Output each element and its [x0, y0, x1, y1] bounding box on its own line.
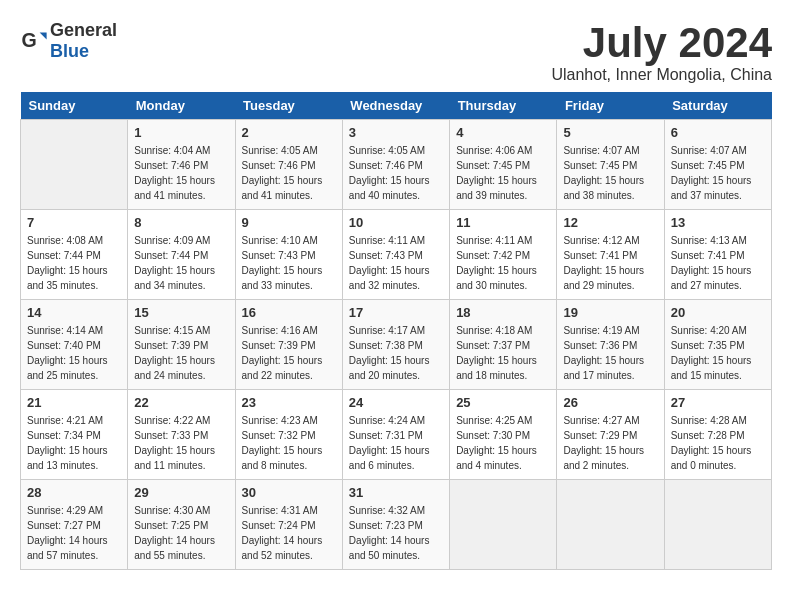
day-number: 28	[27, 485, 121, 500]
day-number: 12	[563, 215, 657, 230]
day-number: 17	[349, 305, 443, 320]
calendar-cell: 8 Sunrise: 4:09 AMSunset: 7:44 PMDayligh…	[128, 210, 235, 300]
logo-blue-text: Blue	[50, 41, 89, 61]
day-detail: Sunrise: 4:23 AMSunset: 7:32 PMDaylight:…	[242, 413, 336, 473]
calendar-cell: 1 Sunrise: 4:04 AMSunset: 7:46 PMDayligh…	[128, 120, 235, 210]
calendar-cell: 9 Sunrise: 4:10 AMSunset: 7:43 PMDayligh…	[235, 210, 342, 300]
calendar-cell: 30 Sunrise: 4:31 AMSunset: 7:24 PMDaylig…	[235, 480, 342, 570]
logo-icon: G	[20, 27, 48, 55]
day-detail: Sunrise: 4:21 AMSunset: 7:34 PMDaylight:…	[27, 413, 121, 473]
day-detail: Sunrise: 4:15 AMSunset: 7:39 PMDaylight:…	[134, 323, 228, 383]
calendar-cell: 12 Sunrise: 4:12 AMSunset: 7:41 PMDaylig…	[557, 210, 664, 300]
calendar-cell: 22 Sunrise: 4:22 AMSunset: 7:33 PMDaylig…	[128, 390, 235, 480]
day-number: 26	[563, 395, 657, 410]
day-number: 14	[27, 305, 121, 320]
day-detail: Sunrise: 4:11 AMSunset: 7:42 PMDaylight:…	[456, 233, 550, 293]
title-section: July 2024 Ulanhot, Inner Mongolia, China	[551, 20, 772, 84]
day-number: 22	[134, 395, 228, 410]
calendar-cell	[21, 120, 128, 210]
day-detail: Sunrise: 4:05 AMSunset: 7:46 PMDaylight:…	[242, 143, 336, 203]
day-detail: Sunrise: 4:05 AMSunset: 7:46 PMDaylight:…	[349, 143, 443, 203]
logo-general-text: General	[50, 20, 117, 40]
day-detail: Sunrise: 4:10 AMSunset: 7:43 PMDaylight:…	[242, 233, 336, 293]
day-number: 4	[456, 125, 550, 140]
calendar-cell: 19 Sunrise: 4:19 AMSunset: 7:36 PMDaylig…	[557, 300, 664, 390]
day-detail: Sunrise: 4:30 AMSunset: 7:25 PMDaylight:…	[134, 503, 228, 563]
day-number: 21	[27, 395, 121, 410]
calendar-week-row: 28 Sunrise: 4:29 AMSunset: 7:27 PMDaylig…	[21, 480, 772, 570]
calendar-cell: 3 Sunrise: 4:05 AMSunset: 7:46 PMDayligh…	[342, 120, 449, 210]
day-number: 25	[456, 395, 550, 410]
calendar-cell: 24 Sunrise: 4:24 AMSunset: 7:31 PMDaylig…	[342, 390, 449, 480]
day-header-saturday: Saturday	[664, 92, 771, 120]
day-detail: Sunrise: 4:20 AMSunset: 7:35 PMDaylight:…	[671, 323, 765, 383]
day-detail: Sunrise: 4:09 AMSunset: 7:44 PMDaylight:…	[134, 233, 228, 293]
day-detail: Sunrise: 4:22 AMSunset: 7:33 PMDaylight:…	[134, 413, 228, 473]
day-number: 8	[134, 215, 228, 230]
day-detail: Sunrise: 4:13 AMSunset: 7:41 PMDaylight:…	[671, 233, 765, 293]
calendar-header-row: SundayMondayTuesdayWednesdayThursdayFrid…	[21, 92, 772, 120]
day-number: 31	[349, 485, 443, 500]
day-number: 10	[349, 215, 443, 230]
calendar-cell: 6 Sunrise: 4:07 AMSunset: 7:45 PMDayligh…	[664, 120, 771, 210]
day-number: 15	[134, 305, 228, 320]
calendar-cell: 15 Sunrise: 4:15 AMSunset: 7:39 PMDaylig…	[128, 300, 235, 390]
day-detail: Sunrise: 4:18 AMSunset: 7:37 PMDaylight:…	[456, 323, 550, 383]
day-detail: Sunrise: 4:08 AMSunset: 7:44 PMDaylight:…	[27, 233, 121, 293]
calendar-week-row: 21 Sunrise: 4:21 AMSunset: 7:34 PMDaylig…	[21, 390, 772, 480]
day-detail: Sunrise: 4:14 AMSunset: 7:40 PMDaylight:…	[27, 323, 121, 383]
day-number: 3	[349, 125, 443, 140]
day-detail: Sunrise: 4:28 AMSunset: 7:28 PMDaylight:…	[671, 413, 765, 473]
calendar-cell: 11 Sunrise: 4:11 AMSunset: 7:42 PMDaylig…	[450, 210, 557, 300]
day-number: 27	[671, 395, 765, 410]
calendar-cell	[557, 480, 664, 570]
day-detail: Sunrise: 4:19 AMSunset: 7:36 PMDaylight:…	[563, 323, 657, 383]
day-header-wednesday: Wednesday	[342, 92, 449, 120]
calendar-cell: 31 Sunrise: 4:32 AMSunset: 7:23 PMDaylig…	[342, 480, 449, 570]
day-detail: Sunrise: 4:06 AMSunset: 7:45 PMDaylight:…	[456, 143, 550, 203]
day-detail: Sunrise: 4:07 AMSunset: 7:45 PMDaylight:…	[563, 143, 657, 203]
calendar-cell: 2 Sunrise: 4:05 AMSunset: 7:46 PMDayligh…	[235, 120, 342, 210]
calendar-cell: 25 Sunrise: 4:25 AMSunset: 7:30 PMDaylig…	[450, 390, 557, 480]
calendar-cell: 17 Sunrise: 4:17 AMSunset: 7:38 PMDaylig…	[342, 300, 449, 390]
day-number: 18	[456, 305, 550, 320]
day-detail: Sunrise: 4:32 AMSunset: 7:23 PMDaylight:…	[349, 503, 443, 563]
calendar-cell: 5 Sunrise: 4:07 AMSunset: 7:45 PMDayligh…	[557, 120, 664, 210]
calendar-cell: 27 Sunrise: 4:28 AMSunset: 7:28 PMDaylig…	[664, 390, 771, 480]
calendar-cell: 7 Sunrise: 4:08 AMSunset: 7:44 PMDayligh…	[21, 210, 128, 300]
calendar-cell: 29 Sunrise: 4:30 AMSunset: 7:25 PMDaylig…	[128, 480, 235, 570]
calendar-cell: 26 Sunrise: 4:27 AMSunset: 7:29 PMDaylig…	[557, 390, 664, 480]
day-detail: Sunrise: 4:25 AMSunset: 7:30 PMDaylight:…	[456, 413, 550, 473]
logo: G General Blue	[20, 20, 117, 62]
calendar-cell: 10 Sunrise: 4:11 AMSunset: 7:43 PMDaylig…	[342, 210, 449, 300]
day-number: 13	[671, 215, 765, 230]
day-number: 29	[134, 485, 228, 500]
day-number: 7	[27, 215, 121, 230]
day-number: 30	[242, 485, 336, 500]
calendar-cell: 20 Sunrise: 4:20 AMSunset: 7:35 PMDaylig…	[664, 300, 771, 390]
calendar-table: SundayMondayTuesdayWednesdayThursdayFrid…	[20, 92, 772, 570]
month-title: July 2024	[551, 20, 772, 66]
day-number: 20	[671, 305, 765, 320]
day-number: 11	[456, 215, 550, 230]
day-header-sunday: Sunday	[21, 92, 128, 120]
day-detail: Sunrise: 4:29 AMSunset: 7:27 PMDaylight:…	[27, 503, 121, 563]
day-detail: Sunrise: 4:16 AMSunset: 7:39 PMDaylight:…	[242, 323, 336, 383]
calendar-cell: 23 Sunrise: 4:23 AMSunset: 7:32 PMDaylig…	[235, 390, 342, 480]
day-detail: Sunrise: 4:31 AMSunset: 7:24 PMDaylight:…	[242, 503, 336, 563]
calendar-cell	[664, 480, 771, 570]
calendar-cell: 4 Sunrise: 4:06 AMSunset: 7:45 PMDayligh…	[450, 120, 557, 210]
day-detail: Sunrise: 4:17 AMSunset: 7:38 PMDaylight:…	[349, 323, 443, 383]
location-title: Ulanhot, Inner Mongolia, China	[551, 66, 772, 84]
day-number: 16	[242, 305, 336, 320]
calendar-cell: 13 Sunrise: 4:13 AMSunset: 7:41 PMDaylig…	[664, 210, 771, 300]
day-detail: Sunrise: 4:04 AMSunset: 7:46 PMDaylight:…	[134, 143, 228, 203]
header: G General Blue July 2024 Ulanhot, Inner …	[20, 20, 772, 84]
day-number: 6	[671, 125, 765, 140]
calendar-cell: 28 Sunrise: 4:29 AMSunset: 7:27 PMDaylig…	[21, 480, 128, 570]
day-header-monday: Monday	[128, 92, 235, 120]
calendar-week-row: 1 Sunrise: 4:04 AMSunset: 7:46 PMDayligh…	[21, 120, 772, 210]
day-number: 2	[242, 125, 336, 140]
svg-marker-1	[40, 33, 47, 40]
day-number: 24	[349, 395, 443, 410]
